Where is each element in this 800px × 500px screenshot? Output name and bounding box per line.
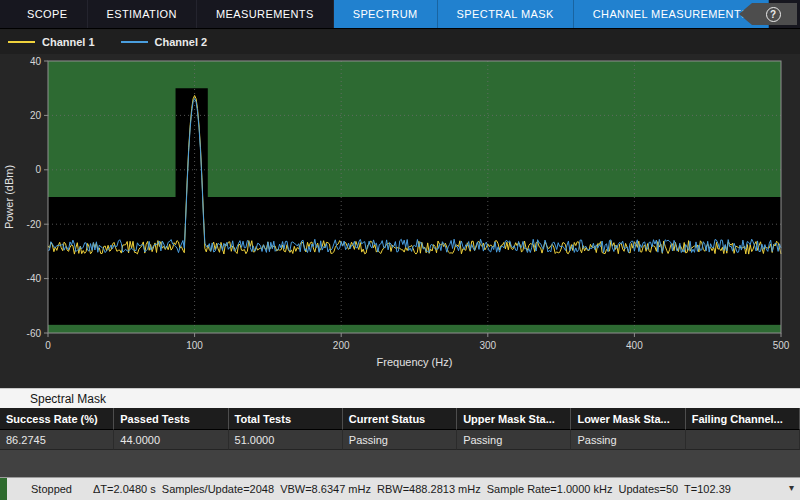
column-header-failing-channels[interactable]: Failing Channel... bbox=[686, 408, 800, 430]
column-header-passed-tests[interactable]: Passed Tests bbox=[114, 408, 228, 430]
x-axis-label: Frequency (Hz) bbox=[377, 356, 453, 368]
x-tick-label: 400 bbox=[626, 340, 643, 351]
x-tick-label: 0 bbox=[45, 340, 51, 351]
contextual-tab-group: SPECTRUM SPECTRAL MASK CHANNEL MEASUREME… bbox=[334, 0, 769, 28]
column-header-total-tests[interactable]: Total Tests bbox=[229, 408, 343, 430]
channel-2-line-swatch bbox=[121, 41, 148, 43]
x-tick-label: 500 bbox=[773, 340, 790, 351]
question-icon: ? bbox=[766, 7, 781, 22]
x-tick-label: 100 bbox=[186, 340, 203, 351]
toolbar-tab-scope[interactable]: SCOPE bbox=[8, 0, 88, 28]
column-header-upper-mask-status[interactable]: Upper Mask Sta... bbox=[457, 408, 571, 430]
x-tick-label: 200 bbox=[333, 340, 350, 351]
cell-total-tests: 51.0000 bbox=[229, 430, 343, 450]
y-tick-label: -60 bbox=[27, 328, 42, 339]
mask-table-row: 86.2745 44.0000 51.0000 Passing Passing … bbox=[0, 430, 800, 450]
toolbar: SCOPE ESTIMATION MEASUREMENTS SPECTRUM S… bbox=[0, 0, 800, 28]
y-tick-label: -40 bbox=[27, 273, 42, 284]
lower-mask-region bbox=[48, 325, 781, 333]
legend: Channel 1 Channel 2 bbox=[0, 28, 800, 54]
cell-lower-mask-status: Passing bbox=[571, 430, 685, 450]
spectrum-plot: 010020030040050040200-20-40-60Frequency … bbox=[0, 54, 800, 388]
cell-success-rate: 86.2745 bbox=[0, 430, 114, 450]
y-tick-label: -20 bbox=[27, 219, 42, 230]
column-header-lower-mask-status[interactable]: Lower Mask Sta... bbox=[571, 408, 685, 430]
legend-item-channel-1[interactable]: Channel 1 bbox=[8, 36, 95, 48]
channel-1-line-swatch bbox=[8, 41, 35, 43]
status-state: Stopped bbox=[31, 483, 93, 495]
cell-failing-channels bbox=[686, 430, 800, 450]
y-tick-label: 0 bbox=[35, 164, 41, 175]
legend-item-channel-2[interactable]: Channel 2 bbox=[121, 36, 208, 48]
legend-label-channel-2: Channel 2 bbox=[155, 36, 208, 48]
x-tick-label: 300 bbox=[479, 340, 496, 351]
panel-empty-area bbox=[0, 450, 800, 477]
legend-label-channel-1: Channel 1 bbox=[42, 36, 95, 48]
mask-table-header: Success Rate (%) Passed Tests Total Test… bbox=[0, 408, 800, 430]
cell-passed-tests: 44.0000 bbox=[114, 430, 228, 450]
status-stats: ΔT=2.0480 s Samples/Update=2048 VBW=8.63… bbox=[93, 483, 731, 495]
y-tick-label: 40 bbox=[30, 56, 42, 67]
plot-region: 010020030040050040200-20-40-60Frequency … bbox=[0, 54, 800, 388]
cell-upper-mask-status: Passing bbox=[457, 430, 571, 450]
toolbar-tab-measurements[interactable]: MEASUREMENTS bbox=[197, 0, 334, 28]
column-header-current-status[interactable]: Current Status bbox=[343, 408, 457, 430]
status-bar: Stopped ΔT=2.0480 s Samples/Update=2048 … bbox=[0, 477, 800, 500]
y-axis-label: Power (dBm) bbox=[3, 165, 15, 229]
cell-current-status: Passing bbox=[343, 430, 457, 450]
toolbar-tab-estimation[interactable]: ESTIMATION bbox=[88, 0, 197, 28]
upper-mask-region bbox=[48, 61, 781, 197]
column-header-success-rate[interactable]: Success Rate (%) bbox=[0, 408, 114, 430]
toolbar-tab-spectrum[interactable]: SPECTRUM bbox=[334, 0, 438, 28]
spectral-mask-panel-title: Spectral Mask bbox=[0, 388, 800, 408]
run-state-indicator bbox=[0, 478, 7, 500]
y-tick-label: 20 bbox=[30, 110, 42, 121]
toolbar-tab-spectral-mask[interactable]: SPECTRAL MASK bbox=[438, 0, 574, 28]
chevron-down-icon[interactable]: ▾ bbox=[789, 482, 794, 493]
